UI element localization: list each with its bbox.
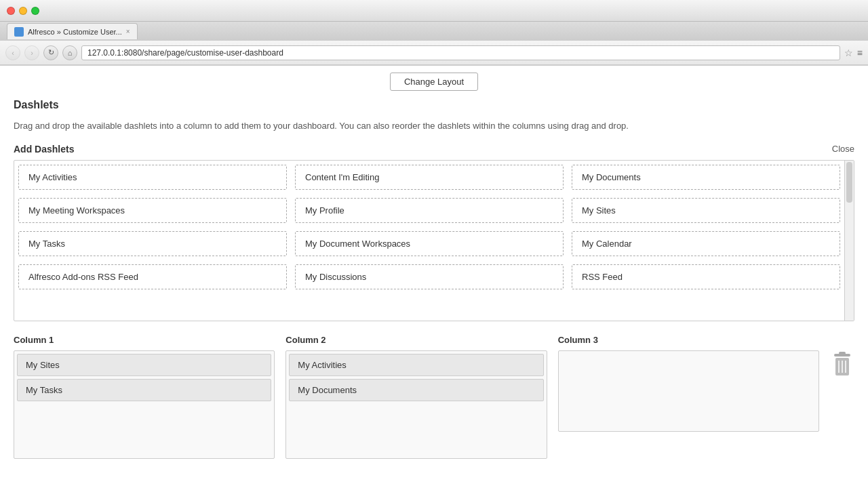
change-layout-button[interactable]: Change Layout	[390, 73, 478, 91]
title-bar	[0, 0, 868, 22]
browser-menu-icon[interactable]: ≡	[857, 47, 863, 58]
page-content: Change Layout Dashlets Drag and drop the…	[0, 66, 868, 488]
column-1-dashlet-my-sites[interactable]: My Sites	[17, 354, 271, 376]
traffic-lights	[7, 7, 39, 15]
column-3-section: Column 3	[558, 335, 819, 432]
columns-section: Column 1 My Sites My Tasks Column 2 My A…	[14, 335, 854, 459]
dashlets-scrollbar[interactable]	[844, 161, 854, 321]
available-dashlet-my-activities[interactable]: My Activities	[18, 165, 287, 190]
available-dashlet-doc-workspaces[interactable]: My Document Workspaces	[295, 231, 564, 256]
nav-bar: ‹ › ↻ ⌂ ☆ ≡	[0, 41, 868, 65]
reload-button[interactable]: ↻	[43, 45, 58, 60]
dashlet-empty-3	[572, 298, 840, 317]
column-1-dashlet-my-tasks[interactable]: My Tasks	[17, 379, 271, 401]
tab-close-button[interactable]: ×	[126, 28, 130, 35]
add-dashlets-title: Add Dashlets	[14, 144, 74, 155]
dashlet-empty-1	[18, 298, 287, 317]
back-button[interactable]: ‹	[5, 45, 20, 60]
column-1-header: Column 1	[14, 335, 275, 345]
minimize-window-button[interactable]	[19, 7, 27, 15]
column-1-section: Column 1 My Sites My Tasks	[14, 335, 275, 459]
maximize-window-button[interactable]	[31, 7, 39, 15]
column-3-container	[558, 350, 819, 432]
column-2-dashlet-my-activities[interactable]: My Activities	[289, 354, 543, 376]
tab-favicon	[14, 27, 24, 37]
change-layout-section: Change Layout	[14, 66, 854, 99]
available-dashlet-content-editing[interactable]: Content I'm Editing	[295, 165, 564, 190]
svg-rect-1	[839, 352, 846, 354]
column-2-section: Column 2 My Activities My Documents	[285, 335, 547, 459]
tab-title: Alfresco » Customize User...	[28, 28, 122, 36]
forward-button[interactable]: ›	[24, 45, 39, 60]
trash-area	[830, 351, 854, 389]
dashlets-scrollbar-thumb	[846, 162, 852, 203]
available-dashlet-meeting-workspaces[interactable]: My Meeting Workspaces	[18, 198, 287, 223]
available-dashlet-my-discussions[interactable]: My Discussions	[295, 264, 564, 289]
available-dashlet-my-calendar[interactable]: My Calendar	[572, 231, 840, 256]
dashlet-empty-2	[295, 298, 564, 317]
available-dashlet-my-documents[interactable]: My Documents	[572, 165, 840, 190]
address-bar[interactable]	[81, 45, 840, 60]
column-3-header: Column 3	[558, 335, 819, 345]
available-dashlet-my-profile[interactable]: My Profile	[295, 198, 564, 223]
active-tab[interactable]: Alfresco » Customize User... ×	[7, 23, 138, 39]
available-dashlet-rss-feed[interactable]: Alfresco Add-ons RSS Feed	[18, 264, 287, 289]
available-dashlet-my-sites[interactable]: My Sites	[572, 198, 840, 223]
description-text: Drag and drop the available dashlets int…	[14, 119, 854, 133]
tab-bar: Alfresco » Customize User... ×	[0, 22, 868, 41]
home-button[interactable]: ⌂	[62, 45, 77, 60]
add-dashlets-header: Add Dashlets Close	[14, 144, 854, 155]
bookmark-icon[interactable]: ☆	[844, 47, 853, 58]
trash-icon[interactable]	[830, 351, 854, 384]
column-2-header: Column 2	[285, 335, 547, 345]
available-dashlet-my-tasks[interactable]: My Tasks	[18, 231, 287, 256]
close-link[interactable]: Close	[832, 144, 854, 154]
dashlets-grid-wrapper: My Activities Content I'm Editing My Doc…	[14, 160, 854, 321]
column-2-dashlet-my-documents[interactable]: My Documents	[289, 379, 543, 401]
close-window-button[interactable]	[7, 7, 15, 15]
column-1-container: My Sites My Tasks	[14, 350, 275, 459]
column-2-container: My Activities My Documents	[285, 350, 547, 459]
dashlets-heading: Dashlets	[14, 99, 854, 111]
available-dashlet-rss[interactable]: RSS Feed	[572, 264, 840, 289]
